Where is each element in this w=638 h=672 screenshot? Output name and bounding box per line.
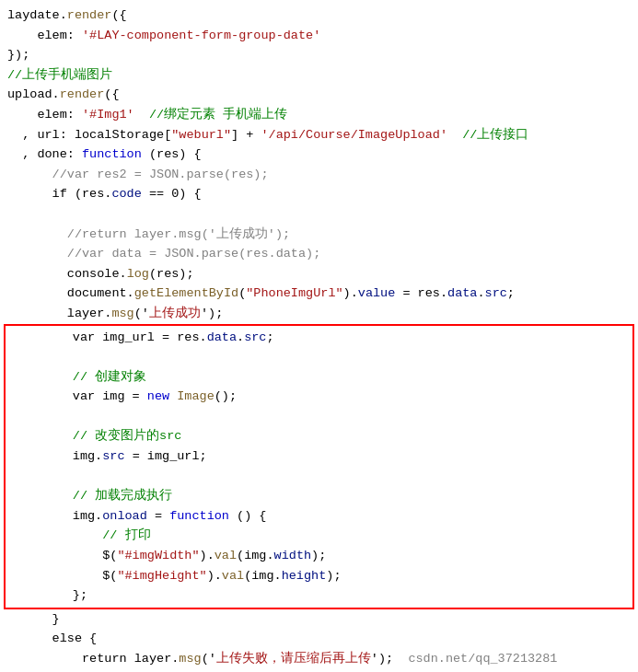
- code-line: // 创建对象: [6, 367, 632, 388]
- code-line: $("#imgHeight").val(img.height);: [6, 566, 632, 586]
- code-line: var img_url = res.data.src;: [6, 328, 632, 348]
- pre-highlight-lines: laydate.render({ elem: '#LAY-component-f…: [0, 6, 638, 324]
- code-line: }: [0, 609, 638, 630]
- code-line: });: [0, 45, 638, 65]
- code-line: elem: '#Img1' //绑定元素 手机端上传: [0, 105, 638, 125]
- code-line: //var data = JSON.parse(res.data);: [0, 244, 638, 264]
- code-line: [6, 467, 632, 487]
- code-line: document.getElementById("PhoneImgUrl").v…: [0, 284, 638, 304]
- code-line: if (res.code == 0) {: [0, 184, 638, 204]
- code-line: upload.render({: [0, 85, 638, 105]
- code-line: elem: '#LAY-component-form-group-date': [0, 26, 638, 46]
- code-line: img.src = img_url;: [6, 446, 632, 467]
- code-line: layer.msg('上传成功');: [0, 304, 638, 324]
- code-line: , url: localStorage["weburl"] + '/api/Co…: [0, 125, 638, 145]
- code-line: };: [6, 585, 632, 606]
- code-line: laydate.render({: [0, 6, 638, 26]
- code-line: [6, 407, 632, 427]
- code-line: img.onload = function () {: [6, 506, 632, 527]
- code-line: $("#imgWidth").val(img.width);: [6, 546, 632, 566]
- code-line: //return layer.msg('上传成功');: [0, 225, 638, 245]
- code-line: var img = new Image();: [6, 387, 632, 407]
- code-line: console.log(res);: [0, 264, 638, 284]
- post-highlight-lines: } else { return layer.msg('上传失败，请压缩后再上传'…: [0, 609, 638, 669]
- code-line: // 打印: [6, 526, 632, 546]
- code-line: return layer.msg('上传失败，请压缩后再上传'); csdn.n…: [0, 649, 638, 669]
- highlighted-code-block: var img_url = res.data.src; // 创建对象 var …: [4, 324, 634, 609]
- code-line: //var res2 = JSON.parse(res);: [0, 165, 638, 185]
- code-line: else {: [0, 629, 638, 649]
- code-editor: laydate.render({ elem: '#LAY-component-f…: [0, 0, 638, 672]
- code-line: , done: function (res) {: [0, 145, 638, 165]
- code-line: // 加载完成执行: [6, 486, 632, 506]
- code-line: [0, 204, 638, 225]
- code-line: [6, 347, 632, 367]
- code-line: //上传手机端图片: [0, 65, 638, 86]
- code-line: // 改变图片的src: [6, 426, 632, 446]
